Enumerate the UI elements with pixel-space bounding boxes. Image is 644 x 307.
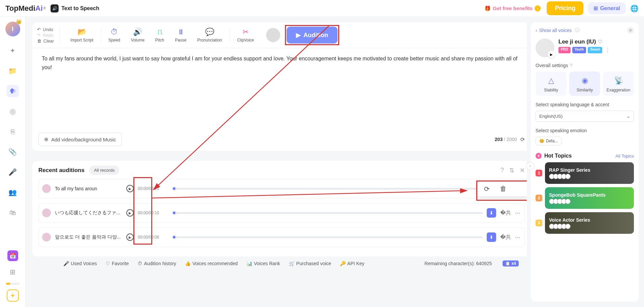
audition-label: Audition [303,32,328,39]
selected-voice-avatar[interactable]: ▶ [536,38,554,57]
play-column-highlight [133,177,152,245]
sidebar-bag-icon[interactable]: 🛍 [7,206,19,219]
more-icon[interactable]: ⋯ [515,234,521,241]
sidebar-clone-icon[interactable]: ⎘ [7,125,19,138]
row-avatar [42,208,51,217]
regenerate-icon[interactable]: ⟳ [484,185,490,193]
volume-button[interactable]: 🔊Volume [126,28,150,43]
topic-rank: 1 [536,170,542,176]
play-button[interactable]: ▶ [126,233,134,241]
audition-highlight-box: ▶ Audition [285,25,339,45]
play-button[interactable]: ▶ [126,209,134,217]
x4-badge[interactable]: 📋 x4 [503,260,519,267]
all-topics-link[interactable]: All Topics [615,154,634,159]
show-all-voices-link[interactable]: Show all voices [539,28,572,33]
free-benefits-link[interactable]: 🎁 Get free benefits › [484,5,541,11]
help-icon[interactable]: ? [501,167,504,174]
import-script-button[interactable]: 📂Import Script [65,28,99,43]
pricing-button[interactable]: Pricing [547,1,583,15]
share-icon[interactable]: �共 [500,210,511,217]
sort-icon[interactable]: ⇅ [509,167,514,174]
undo-icon: ↶ [37,27,41,32]
audition-button[interactable]: ▶ Audition [287,27,337,44]
text-input[interactable]: To all my fans around the world, I just … [32,48,527,129]
general-button[interactable]: ⊞ General [588,2,625,14]
delete-icon[interactable]: 🗑 [500,185,507,193]
topic-row[interactable]: 3 Voice Actor Series [536,212,634,234]
clear-button[interactable]: 🗑Clear [37,38,54,44]
progress-bar[interactable] [172,188,500,190]
undo-button[interactable]: ↶Undo [37,27,54,32]
pause-button[interactable]: ⏸Pause [170,28,192,43]
voice-preview-play-icon[interactable]: ▶ [548,51,555,58]
heart-icon: ♡ [106,261,110,266]
share-icon[interactable]: �共 [500,234,511,241]
download-button[interactable]: ⬇ [487,208,496,218]
refresh-icon[interactable]: ⟳ [520,136,525,143]
sidebar-folder-icon[interactable]: 📁 [7,65,19,77]
speed-button[interactable]: ⏱Speed [103,28,126,43]
key-icon: 🔑 [340,261,346,266]
sidebar-mic-icon[interactable]: 🎤 [7,166,19,178]
download-button[interactable]: ⬇ [487,232,496,242]
user-avatar[interactable]: I 👑 [5,22,20,36]
all-records-button[interactable]: All records [89,166,119,175]
sidebar-voice-icon[interactable]: 🗣 [7,85,19,97]
voices-rank-link[interactable]: 📊Voices Rank [247,261,280,266]
language-select[interactable]: English(US)⌄ [536,111,634,122]
sidebar-apps-icon[interactable]: ⊞ [7,266,19,278]
back-icon[interactable]: ‹ [536,28,537,33]
toolbar: ↶Undo ↷Redo 🗑Clear 📂Import Script ⏱Speed… [32,22,527,48]
favorite-link[interactable]: ♡Favorite [106,261,129,266]
pro-badge: PRO [558,47,571,53]
progress-bar[interactable] [172,236,483,238]
pitch-button[interactable]: ⎍Pitch [150,28,170,43]
help-icon[interactable]: ? [570,63,572,68]
clear-icon: 🗑 [37,38,41,44]
voice-avatar[interactable] [266,28,280,42]
gift-icon: 🎁 [484,5,491,11]
topic-row[interactable]: 1 RAP Singer Series [536,162,634,184]
sidebar-wand-icon[interactable]: ✦ [7,45,19,57]
more-icon[interactable]: ⋯ [515,210,521,216]
sidebar-calendar-icon[interactable]: 📅 [7,250,18,261]
emotion-chip[interactable]: 😊Defa... [536,137,561,145]
info-icon[interactable]: ⓘ [575,27,580,33]
close-icon[interactable]: ✕ [520,167,525,174]
clipvoice-button[interactable]: ✂ClipVoice [232,28,259,43]
redo-button[interactable]: ↷Redo [37,33,54,38]
close-panel-icon[interactable]: ✕ [627,27,634,34]
sidebar-wave-icon[interactable]: ◎ [7,105,19,117]
audition-history-link[interactable]: ⏱Audition history [137,261,176,266]
sidebar-attach-icon[interactable]: 📎 [7,146,19,158]
general-label: General [600,5,620,11]
language-label: Select speaking language & accent [536,102,634,107]
collapse-panel-button[interactable]: ‹ [526,162,534,170]
thumbs-up-icon: 👍 [185,261,191,266]
row-avatar [42,233,51,242]
scissors-icon: ✂ [243,28,249,36]
exaggeration-setting[interactable]: 📡Exaggeration [603,72,634,96]
api-key-link[interactable]: 🔑API Key [340,261,364,266]
play-button[interactable]: ▶ [126,185,134,192]
topic-row[interactable]: 2 SpongeBob SquarePants [536,187,634,209]
avatar-initial: I [12,26,13,33]
used-voices-link[interactable]: 🎤Used Voices [63,261,97,266]
sweet-badge: Sweet [588,47,602,53]
progress-bar[interactable] [172,212,483,214]
voices-recommended-link[interactable]: 👍Voices recommended [185,261,238,266]
logo[interactable]: TopMediAi® [5,4,46,13]
favorite-voice-icon[interactable]: ♡ [598,39,602,45]
purchased-voice-link[interactable]: 🛒Purchased voice [289,261,331,266]
badge-menu-icon[interactable]: ⋮ [604,47,611,53]
add-media-button[interactable]: ⊕ Add video/background Music [38,133,122,146]
add-media-label: Add video/background Music [51,137,116,142]
sidebar-add-button[interactable]: + [7,289,19,302]
pause-icon: ⏸ [177,28,185,36]
row-text: 앞으로도 더 좋은 음악과 다양... [55,234,122,240]
sidebar-people-icon[interactable]: 👥 [7,186,19,198]
globe-icon[interactable]: 🌐 [630,4,639,12]
pronunciation-button[interactable]: 💬Pronunciation [192,28,227,43]
similarity-setting[interactable]: ◉Similarity [569,72,600,96]
stability-setting[interactable]: △Stability [536,72,567,96]
